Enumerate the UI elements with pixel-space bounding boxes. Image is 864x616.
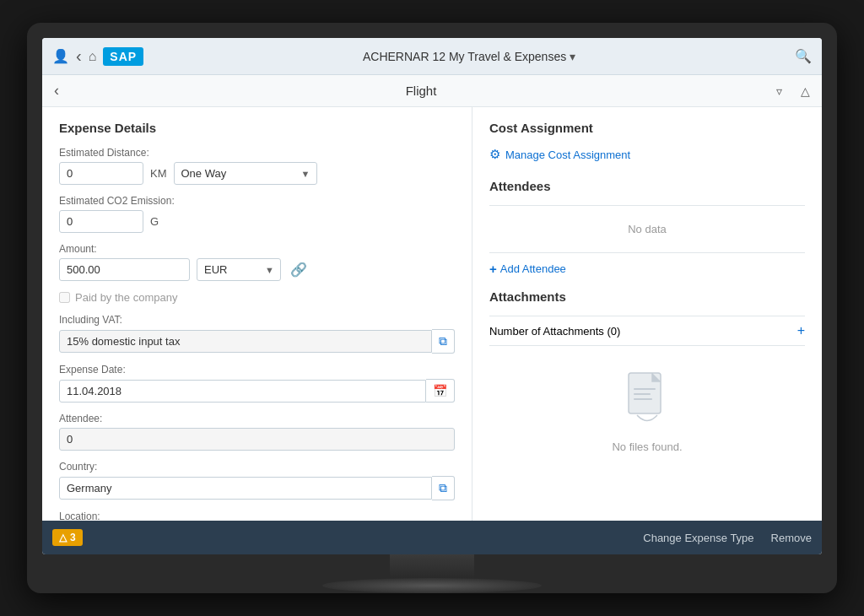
- search-icon[interactable]: 🔍: [795, 48, 812, 64]
- vat-group: Including VAT: ⧉: [59, 314, 455, 354]
- co2-label: Estimated CO2 Emission:: [59, 195, 455, 207]
- stand-neck: [390, 554, 474, 578]
- add-attendee-plus-icon: +: [489, 262, 497, 276]
- svg-rect-2: [634, 393, 651, 395]
- bottom-actions: Change Expense Type Remove: [643, 532, 812, 544]
- amount-input[interactable]: [59, 258, 190, 281]
- filter-icon[interactable]: ▿: [776, 84, 782, 98]
- expense-details-title: Expense Details: [59, 121, 455, 135]
- amount-link-icon[interactable]: 🔗: [288, 259, 310, 281]
- attendees-no-data: No data: [489, 214, 805, 244]
- sap-logo: SAP: [103, 47, 143, 66]
- cost-assignment-section: Cost Assignment ⚙ Manage Cost Assignment: [489, 121, 805, 162]
- attendee-input[interactable]: [59, 428, 455, 451]
- bottom-bar: △ 3 Change Expense Type Remove: [42, 521, 822, 554]
- manage-cost-assignment-link[interactable]: ⚙ Manage Cost Assignment: [489, 147, 805, 162]
- attendee-group: Attendee:: [59, 413, 455, 451]
- vat-input[interactable]: [59, 330, 432, 353]
- right-panel: Cost Assignment ⚙ Manage Cost Assignment…: [472, 107, 822, 521]
- currency-select[interactable]: EUR USD GBP: [197, 258, 281, 281]
- country-group: Country: ⧉: [59, 461, 455, 500]
- paid-by-company-row: Paid by the company: [59, 291, 455, 304]
- add-attendee-label: Add Attendee: [500, 262, 566, 275]
- manage-cost-label: Manage Cost Assignment: [505, 149, 630, 161]
- vat-copy-icon[interactable]: ⧉: [432, 329, 455, 354]
- attachments-header: Number of Attachments (0) +: [489, 316, 805, 346]
- stand-base: [322, 578, 542, 593]
- top-navigation: 👤 ‹ ⌂ SAP ACHERNAR 12 My Travel & Expens…: [42, 38, 822, 75]
- expense-date-input[interactable]: [59, 380, 426, 403]
- co2-input[interactable]: [59, 210, 143, 233]
- warning-badge[interactable]: △ 3: [52, 529, 83, 546]
- manage-cost-icon: ⚙: [489, 147, 500, 162]
- attendees-section: Attendees No data + Add Attendee: [489, 179, 805, 276]
- svg-rect-3: [634, 398, 652, 400]
- add-attachment-button[interactable]: +: [797, 323, 805, 338]
- change-expense-type-button[interactable]: Change Expense Type: [643, 532, 753, 544]
- app-title: ACHERNAR 12 My Travel & Expenses: [363, 50, 566, 63]
- expense-date-group: Expense Date: 📅: [59, 364, 455, 403]
- attendees-divider: [489, 205, 805, 206]
- location-group: Location:: [59, 511, 455, 521]
- calendar-icon[interactable]: 📅: [426, 379, 455, 403]
- trip-type-wrapper: One Way Round Trip ▼: [174, 162, 317, 185]
- file-placeholder-icon: [622, 371, 672, 430]
- paid-by-company-checkbox[interactable]: [59, 292, 70, 303]
- left-panel: Expense Details Estimated Distance: KM O…: [42, 107, 472, 521]
- attendee-label: Attendee:: [59, 413, 455, 424]
- attachments-count-label: Number of Attachments (0): [489, 325, 620, 338]
- country-input[interactable]: [59, 477, 432, 500]
- app-title-area: ACHERNAR 12 My Travel & Expenses ▾: [143, 50, 795, 63]
- co2-unit: G: [150, 215, 159, 228]
- cost-assignment-title: Cost Assignment: [489, 121, 805, 135]
- secondary-navigation: ‹ Flight ▿ △: [42, 75, 822, 107]
- back-nav-icon[interactable]: ‹: [76, 46, 82, 66]
- distance-label: Estimated Distance:: [59, 147, 455, 159]
- paid-by-company-label: Paid by the company: [75, 291, 177, 304]
- amount-group: Amount: EUR USD GBP ▼ 🔗: [59, 243, 455, 281]
- estimated-distance-group: Estimated Distance: KM One Way Round Tri…: [59, 147, 455, 185]
- attachments-title: Attachments: [489, 289, 805, 304]
- location-label: Location:: [59, 511, 455, 521]
- back-page-icon[interactable]: ‹: [54, 82, 59, 100]
- alert-triangle-icon[interactable]: △: [801, 84, 810, 98]
- attachments-section: Attachments Number of Attachments (0) +: [489, 289, 805, 478]
- co2-group: Estimated CO2 Emission: G: [59, 195, 455, 233]
- country-label: Country:: [59, 461, 455, 473]
- expense-date-label: Expense Date:: [59, 364, 455, 376]
- currency-wrapper: EUR USD GBP ▼: [197, 258, 281, 281]
- home-icon[interactable]: ⌂: [89, 49, 97, 64]
- main-content: Expense Details Estimated Distance: KM O…: [42, 107, 822, 521]
- add-attendee-link[interactable]: + Add Attendee: [489, 262, 805, 276]
- warning-icon: △: [59, 532, 67, 543]
- attendees-bottom-divider: [489, 252, 805, 253]
- monitor-stand: [42, 554, 822, 593]
- country-copy-icon[interactable]: ⧉: [432, 476, 455, 500]
- no-files-area: No files found.: [489, 346, 805, 478]
- page-title: Flight: [66, 84, 776, 98]
- distance-input[interactable]: [59, 162, 143, 185]
- distance-unit: KM: [150, 167, 167, 180]
- amount-label: Amount:: [59, 243, 455, 255]
- vat-label: Including VAT:: [59, 314, 455, 326]
- title-dropdown-icon[interactable]: ▾: [570, 50, 575, 63]
- remove-button[interactable]: Remove: [771, 532, 812, 544]
- user-icon[interactable]: 👤: [52, 48, 69, 64]
- no-files-text: No files found.: [612, 440, 682, 453]
- warning-count: 3: [70, 532, 76, 543]
- svg-rect-1: [634, 388, 656, 390]
- trip-type-select[interactable]: One Way Round Trip: [174, 162, 317, 185]
- attendees-title: Attendees: [489, 179, 805, 193]
